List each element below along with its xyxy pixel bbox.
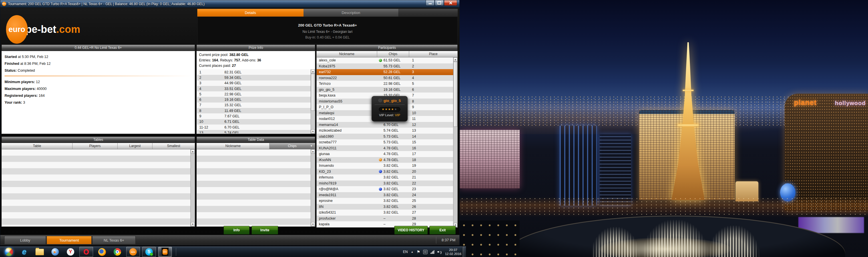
minimize-button[interactable] (426, 0, 435, 6)
column-nickname[interactable]: Nickname (197, 143, 270, 149)
participant-row[interactable]: giunaa 4.78 GEL 17 (317, 151, 454, 157)
flamingo-hotel (460, 130, 520, 189)
scroll-thumb[interactable] (454, 62, 457, 127)
scroll-down-arrow[interactable]: ▼ (311, 222, 315, 226)
europebet-icon: euro (129, 248, 137, 256)
payout-row[interactable]: 13 5.74 GEL (197, 130, 315, 133)
participant-row[interactable]: r@o@M@A 3.82 GEL 23 (317, 186, 454, 192)
participant-row[interactable]: imeda1911 3.82 GEL 24 (317, 192, 454, 198)
payout-row[interactable]: 11-12 6.70 GEL (197, 125, 315, 130)
participant-row[interactable]: 8N 3.82 GEL 26 (317, 204, 454, 210)
participant-row[interactable]: alexs_cole 61.53 GEL 1 (317, 57, 454, 63)
payout-row[interactable]: 3 44.99 GEL (197, 81, 315, 86)
column-smallest[interactable]: Smallest (152, 143, 195, 149)
column-place[interactable]: Place (409, 51, 458, 57)
participant-row[interactable]: roxroxa222 50.61 GEL 4 (317, 75, 454, 81)
column-table[interactable]: Table (2, 143, 72, 149)
participant-row[interactable]: mzikoelizabed 5.74 GEL 13 (317, 128, 454, 134)
participant-nickname: Innuendo (317, 164, 377, 168)
column-largest[interactable]: Largest (118, 143, 152, 149)
participant-row[interactable]: memarna14 6.70 GEL 12 (317, 122, 454, 128)
tables-scrollbar[interactable]: ▲ ▼ (190, 149, 195, 226)
tab-details[interactable]: Details (197, 9, 304, 17)
taskbar-europebet-setup[interactable]: euro (126, 247, 140, 257)
payout-row[interactable]: 2 59.34 GEL (197, 75, 315, 80)
payout-row[interactable]: 4 33.51 GEL (197, 86, 315, 91)
participant-nickname: eprosine (317, 199, 377, 203)
exit-button[interactable]: Exit (429, 226, 456, 234)
participants-scrollbar[interactable]: ▲ ▼ (453, 57, 457, 227)
scheduler-icon[interactable] (423, 250, 428, 254)
participant-row[interactable]: prosfucker – 28 (317, 216, 454, 222)
action-center-flag-icon[interactable]: ⚑ (416, 250, 420, 254)
taskbar-media-player[interactable]: ▶ (49, 247, 62, 257)
scroll-thumb[interactable] (311, 74, 315, 111)
start-button[interactable] (2, 247, 16, 257)
participant-row[interactable]: Innuendo 3.82 GEL 19 (317, 163, 454, 169)
payout-list[interactable]: 1 82.31 GEL 2 59.34 GEL 3 44.99 GEL (197, 69, 315, 133)
tab-nl-texas[interactable]: NL Texas 6+ (92, 236, 135, 245)
payout-row[interactable]: 6 19.16 GEL (197, 97, 315, 102)
participant-row[interactable]: ulab1980 5.73 GEL 14 (317, 134, 454, 140)
show-desktop-button[interactable] (463, 247, 466, 257)
participant-row[interactable]: gio_gio_5 19.16 GEL 6 (317, 87, 454, 93)
clock[interactable]: 20:37 12.02.2016 (445, 248, 461, 256)
column-players[interactable]: Players (72, 143, 118, 149)
volume-icon[interactable] (437, 250, 442, 254)
taskbar-skype[interactable]: S (142, 247, 156, 257)
close-button[interactable] (444, 0, 457, 6)
payout-row[interactable]: 7 15.32 GEL (197, 102, 315, 108)
participant-row[interactable]: iKsoNN 4.78 GEL 18 (317, 157, 454, 163)
taskbar-internet-explorer[interactable]: e (18, 247, 31, 257)
firefox-icon (98, 248, 106, 256)
video-history-button[interactable]: VIDEO HISTORY (394, 226, 428, 234)
participant-row[interactable]: ocneba777 5.73 GEL 15 (317, 139, 454, 146)
restore-button[interactable] (435, 0, 444, 6)
column-chips[interactable]: Chips (377, 51, 409, 57)
taskbar-chrome[interactable] (111, 247, 124, 257)
scroll-up-arrow[interactable]: ▲ (311, 149, 315, 154)
invite-button[interactable]: Invite (252, 226, 278, 234)
network-signal-icon[interactable] (431, 250, 434, 254)
taskbar-firefox[interactable] (95, 247, 108, 257)
participant-row[interactable]: KID_23 3.82 GEL 20 (317, 169, 454, 175)
prize-scrollbar[interactable]: ▲ ▼ (311, 69, 315, 134)
participant-row[interactable]: KUNA2011 4.78 GEL 16 (317, 146, 454, 151)
participants-column-headers: Nickname Chips Place (317, 51, 458, 57)
scroll-up-arrow[interactable]: ▲ (191, 149, 195, 154)
participants-list[interactable]: alexs_cole 61.53 GEL 1 Koba1975 (317, 57, 454, 227)
taskbar-yandex[interactable]: Y (64, 247, 77, 257)
tabledata-scrollbar[interactable]: ▲ ▼ (311, 149, 315, 226)
window-titlebar[interactable]: euro Tournament: 200 GEL GTD Turbo R+A T… (0, 0, 459, 8)
tab-tournament[interactable]: Tournament (46, 236, 92, 245)
scroll-up-arrow[interactable]: ▲ (454, 57, 457, 62)
participant-place: 14 (409, 134, 454, 138)
payout-row[interactable]: 9 7.67 GEL (197, 114, 315, 119)
hidden-icons-arrow[interactable]: ▲ (411, 251, 413, 253)
column-nickname[interactable]: Nickname (317, 51, 377, 57)
payout-row[interactable]: 5 22.98 GEL (197, 91, 315, 97)
scroll-up-arrow[interactable]: ▲ (311, 69, 315, 74)
scroll-down-arrow[interactable]: ▼ (191, 222, 195, 226)
tab-description[interactable]: Description (304, 9, 398, 17)
participant-row[interactable]: infernuss 3.82 GEL 21 (317, 174, 454, 181)
participant-row[interactable]: iziko54321 3.82 GEL 27 (317, 210, 454, 216)
participant-nickname: r@o@M@A (317, 187, 377, 191)
participant-row[interactable]: Koba1975 55.73 GEL 2 (317, 63, 454, 69)
taskbar-europebet-client[interactable]: euro (158, 247, 172, 257)
scroll-down-arrow[interactable]: ▼ (311, 129, 315, 134)
payout-row[interactable]: 8 11.49 GEL (197, 108, 315, 114)
payout-row[interactable]: 1 82.31 GEL (197, 69, 315, 75)
taskbar-windows-explorer[interactable] (33, 247, 46, 257)
taskbar-opera[interactable]: O (80, 247, 93, 257)
participant-row[interactable]: misho7819 3.82 GEL 22 (317, 181, 454, 187)
tab-lobby[interactable]: Lobby (4, 236, 46, 245)
participant-row[interactable]: earl732 52.28 GEL 3 (317, 69, 454, 75)
participant-row[interactable]: eprosine 3.82 GEL 25 (317, 198, 454, 204)
payout-row[interactable]: 10 6.71 GEL (197, 119, 315, 125)
column-chips-sorted[interactable]: Chips▼ (270, 143, 315, 149)
info-button[interactable]: Info (223, 226, 250, 234)
language-indicator[interactable]: EN (403, 250, 408, 254)
participant-nickname: KUNA2011 (317, 146, 377, 150)
participant-row[interactable]: TeVvzo 22.98 GEL 5 (317, 81, 454, 87)
